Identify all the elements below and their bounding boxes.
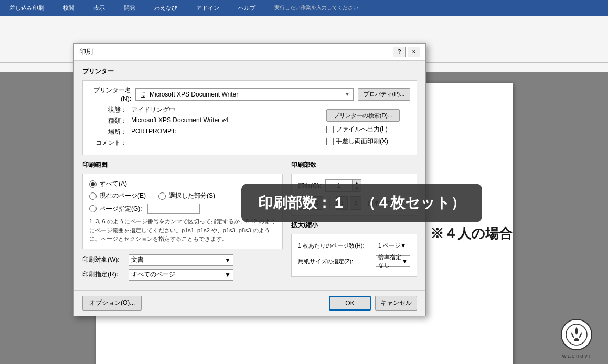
- location-label: 場所：: [89, 127, 131, 136]
- current-page-radio[interactable]: [89, 192, 97, 200]
- manual-duplex-checkbox[interactable]: 手差し両面印刷(X): [326, 137, 410, 146]
- overlay-main-annotation: 印刷部数：１ （４枚セット）: [241, 184, 482, 222]
- page-spec-label: ページ指定(G):: [100, 205, 142, 213]
- all-radio[interactable]: [89, 180, 97, 188]
- dialog-help-btn[interactable]: ?: [393, 47, 406, 57]
- all-radio-label: すべて(A): [100, 179, 127, 188]
- waenavi-text: waenavi: [561, 352, 592, 359]
- svg-point-1: [574, 338, 579, 341]
- type-label: 種類：: [89, 116, 131, 125]
- printer-status-row: 状態： アイドリング中: [89, 105, 318, 114]
- printer-section-label: プリンター: [82, 67, 417, 76]
- pages-per-sheet-label: 1 枚あたりのページ数(H):: [298, 242, 371, 250]
- overlay-sub-annotation: ※４人の場合: [430, 224, 513, 243]
- manual-duplex-box[interactable]: [326, 138, 334, 145]
- file-output-label: ファイルへ出力(L): [336, 125, 388, 134]
- scale-section: 1 枚あたりのページ数(H): 1 ページ ▼ 用紙サイズの指定(Z): 倍率指…: [291, 234, 417, 277]
- dialog-title: 印刷: [79, 47, 93, 57]
- file-output-checkbox[interactable]: ファイルへ出力(L): [326, 125, 410, 134]
- pages-per-sheet-row: 1 枚あたりのページ数(H): 1 ページ ▼: [298, 240, 410, 251]
- dialog-footer: オプション(O)... OK キャンセル: [74, 290, 425, 316]
- printer-name-text: Microsoft XPS Document Writer: [150, 91, 342, 98]
- dialog-overlay: 印刷 ? × プリンター プリンター名(N): 🖨 Microsoft XPS …: [0, 0, 608, 364]
- ok-btn[interactable]: OK: [329, 296, 371, 311]
- paper-size-dropdown[interactable]: 倍率指定なし ▼: [376, 255, 410, 267]
- selected-radio-row[interactable]: 選択した部分(S): [158, 191, 215, 200]
- printer-icon: 🖨: [139, 90, 146, 99]
- print-object-value: 文書: [131, 255, 144, 264]
- print-range-label: 印刷範囲: [82, 160, 283, 169]
- dialog-titlebar: 印刷 ? ×: [74, 44, 425, 61]
- paper-size-row: 用紙サイズの指定(Z): 倍率指定なし ▼: [298, 255, 410, 267]
- print-object-arrow: ▼: [225, 256, 231, 264]
- paper-size-value: 倍率指定なし: [378, 253, 402, 269]
- printer-name-label: プリンター名(N):: [89, 86, 131, 102]
- print-spec-arrow: ▼: [225, 271, 231, 279]
- comment-label: コメント：: [89, 138, 131, 147]
- ps-arrow: ▼: [402, 258, 408, 264]
- manual-duplex-label: 手差し両面印刷(X): [336, 137, 388, 146]
- print-spec-value: すべてのページ: [131, 270, 175, 279]
- selected-radio[interactable]: [158, 192, 166, 200]
- properties-btn[interactable]: プロパティ(P)...: [358, 88, 410, 101]
- footer-buttons: OK キャンセル: [329, 296, 417, 311]
- status-label: 状態：: [89, 105, 131, 114]
- file-output-box[interactable]: [326, 126, 334, 133]
- waenavi-logo: waenavi: [561, 319, 592, 359]
- page-spec-input[interactable]: [147, 204, 200, 214]
- print-spec-dropdown[interactable]: すべてのページ ▼: [129, 269, 233, 281]
- type-value: Microsoft XPS Document Writer v4: [131, 116, 228, 124]
- pps-arrow: ▼: [400, 242, 406, 249]
- dialog-body: プリンター プリンター名(N): 🖨 Microsoft XPS Documen…: [74, 61, 425, 290]
- print-object-dropdown[interactable]: 文書 ▼: [129, 254, 233, 266]
- status-value: アイドリング中: [131, 105, 175, 114]
- printer-location-row: 場所： PORTPROMPT:: [89, 127, 318, 136]
- printer-comment-row: コメント：: [89, 138, 318, 147]
- paper-size-label: 用紙サイズの指定(Z):: [298, 258, 371, 265]
- printer-dropdown-arrow: ▼: [345, 91, 350, 97]
- waenavi-svg: [563, 322, 590, 348]
- dialog-controls: ? ×: [393, 47, 420, 57]
- selected-label: 選択した部分(S): [169, 191, 215, 200]
- current-page-radio-row[interactable]: 現在のページ(E): [89, 191, 146, 200]
- print-spec-label: 印刷指定(R):: [82, 270, 124, 279]
- printer-name-row: プリンター名(N): 🖨 Microsoft XPS Document Writ…: [89, 86, 410, 102]
- cancel-btn[interactable]: キャンセル: [375, 296, 417, 311]
- page-spec-radio[interactable]: [89, 205, 97, 212]
- waenavi-circle: [561, 319, 592, 350]
- location-value: PORTPROMPT:: [131, 127, 176, 135]
- find-printer-btn[interactable]: プリンターの検索(D)...: [326, 109, 400, 122]
- print-object-label: 印刷対象(W):: [82, 255, 124, 264]
- pages-per-sheet-value: 1 ページ: [378, 242, 400, 250]
- option-btn[interactable]: オプション(O)...: [82, 296, 142, 311]
- printer-type-row: 種類： Microsoft XPS Document Writer v4: [89, 116, 318, 125]
- printer-section: プリンター名(N): 🖨 Microsoft XPS Document Writ…: [82, 80, 417, 155]
- pages-per-sheet-dropdown[interactable]: 1 ページ ▼: [376, 240, 410, 251]
- printer-name-dropdown[interactable]: 🖨 Microsoft XPS Document Writer ▼: [135, 88, 354, 101]
- current-page-label: 現在のページ(E): [100, 191, 146, 200]
- copies-section-label: 印刷部数: [291, 160, 417, 169]
- dialog-close-btn[interactable]: ×: [408, 47, 420, 57]
- print-dialog: 印刷 ? × プリンター プリンター名(N): 🖨 Microsoft XPS …: [73, 43, 426, 316]
- print-spec-row: 印刷指定(R): すべてのページ ▼: [82, 269, 283, 281]
- print-object-row: 印刷対象(W): 文書 ▼: [82, 254, 283, 266]
